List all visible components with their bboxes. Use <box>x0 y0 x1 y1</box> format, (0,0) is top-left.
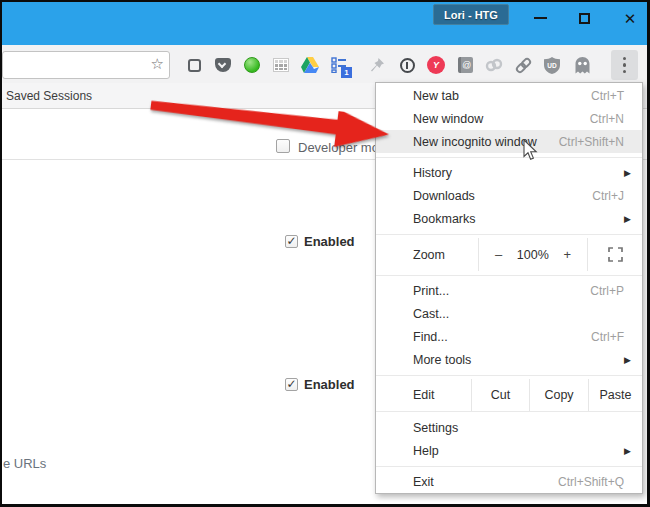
menu-item-edit-row: Edit Cut Copy Paste <box>376 379 642 412</box>
submenu-arrow-icon: ▶ <box>624 168 631 178</box>
mouse-cursor-icon <box>523 139 538 165</box>
menu-item-zoom-row: Zoom – 100% + <box>376 238 642 271</box>
close-button[interactable]: ✕ <box>615 6 645 30</box>
edit-label: Edit <box>376 379 471 411</box>
fullscreen-icon <box>608 247 623 262</box>
submenu-arrow-icon: ▶ <box>624 446 631 456</box>
extension-google-drive-icon[interactable] <box>300 56 320 74</box>
zoom-label: Zoom <box>376 238 478 271</box>
maximize-button[interactable] <box>569 6 599 30</box>
menu-item-exit[interactable]: Exit Ctrl+Shift+Q <box>376 470 642 493</box>
title-bar: Lori - HTG ✕ <box>2 2 647 45</box>
extension-ghost-icon[interactable] <box>572 56 592 74</box>
zoom-in-button[interactable]: + <box>563 247 571 262</box>
screenshot-border <box>0 0 2 507</box>
menu-separator <box>376 234 642 235</box>
menu-item-find[interactable]: Find... Ctrl+F <box>376 325 642 348</box>
browser-toolbar: ☆ 1 <box>2 45 647 83</box>
extension-pocket-icon[interactable] <box>213 56 233 74</box>
enabled-checkbox-2[interactable]: ✓ <box>285 378 298 391</box>
menu-item-more-tools[interactable]: More tools ▶ <box>376 348 642 371</box>
close-icon: ✕ <box>624 11 637 26</box>
menu-item-print[interactable]: Print... Ctrl+P <box>376 279 642 302</box>
extension-checklist-icon[interactable]: 1 <box>329 56 349 74</box>
extension-info-circle-icon[interactable] <box>397 56 417 74</box>
menu-item-help[interactable]: Help ▶ <box>376 439 642 462</box>
enabled-label-1: Enabled <box>304 234 355 249</box>
extension-outline-square-icon[interactable] <box>184 56 204 74</box>
menu-separator <box>376 157 642 158</box>
extension-chain-icon[interactable] <box>484 56 504 74</box>
kebab-menu-icon <box>623 57 627 61</box>
zoom-level-value: 100% <box>517 248 549 262</box>
screenshot-border <box>0 0 650 2</box>
extension-apps-grid-icon[interactable] <box>271 56 291 74</box>
extension-pin-icon[interactable] <box>367 56 387 74</box>
chrome-menu-button[interactable] <box>611 50 638 80</box>
copy-button[interactable]: Copy <box>529 379 588 411</box>
menu-item-settings[interactable]: Settings <box>376 416 642 439</box>
chrome-menu-popup: New tab Ctrl+T New window Ctrl+N New inc… <box>375 82 643 494</box>
extension-badge-count: 1 <box>341 67 352 78</box>
check-icon: ✓ <box>286 235 296 247</box>
menu-item-new-incognito-window[interactable]: New incognito window Ctrl+Shift+N <box>376 130 642 153</box>
check-icon: ✓ <box>286 378 296 390</box>
menu-separator <box>376 375 642 376</box>
minimize-icon <box>534 17 547 19</box>
enabled-label-2: Enabled <box>304 377 355 392</box>
extension-red-circle-icon[interactable]: Y <box>426 56 446 74</box>
menu-item-history[interactable]: History ▶ <box>376 161 642 184</box>
submenu-arrow-icon: ▶ <box>624 214 631 224</box>
extension-shield-ud-icon[interactable]: UD <box>542 56 562 74</box>
zoom-out-button[interactable]: – <box>495 247 502 262</box>
cut-button[interactable]: Cut <box>471 379 529 411</box>
menu-item-cast[interactable]: Cast... <box>376 302 642 325</box>
extension-green-dot-icon[interactable] <box>242 56 262 74</box>
shield-text: UD <box>547 61 557 68</box>
menu-item-bookmarks[interactable]: Bookmarks ▶ <box>376 207 642 230</box>
extension-address-book-icon[interactable]: @ <box>455 56 475 74</box>
menu-item-downloads[interactable]: Downloads Ctrl+J <box>376 184 642 207</box>
menu-separator <box>376 466 642 467</box>
enabled-checkbox-1[interactable]: ✓ <box>285 235 298 248</box>
window-title-badge: Lori - HTG <box>433 4 509 25</box>
extension-link-icon[interactable] <box>513 56 533 74</box>
maximize-icon <box>579 13 590 24</box>
bookmark-star-icon[interactable]: ☆ <box>151 56 164 71</box>
menu-separator <box>376 275 642 276</box>
submenu-arrow-icon: ▶ <box>624 355 631 365</box>
menu-item-new-window[interactable]: New window Ctrl+N <box>376 107 642 130</box>
browser-window: Lori - HTG ✕ ☆ <box>0 0 650 507</box>
fullscreen-button[interactable] <box>588 238 642 271</box>
minimize-button[interactable] <box>525 6 555 30</box>
bookmark-item-saved-sessions[interactable]: Saved Sessions <box>2 89 92 103</box>
menu-item-new-tab[interactable]: New tab Ctrl+T <box>376 84 642 107</box>
paste-button[interactable]: Paste <box>588 379 642 411</box>
address-bar[interactable]: ☆ <box>2 51 170 79</box>
urls-text: e URLs <box>3 456 46 471</box>
